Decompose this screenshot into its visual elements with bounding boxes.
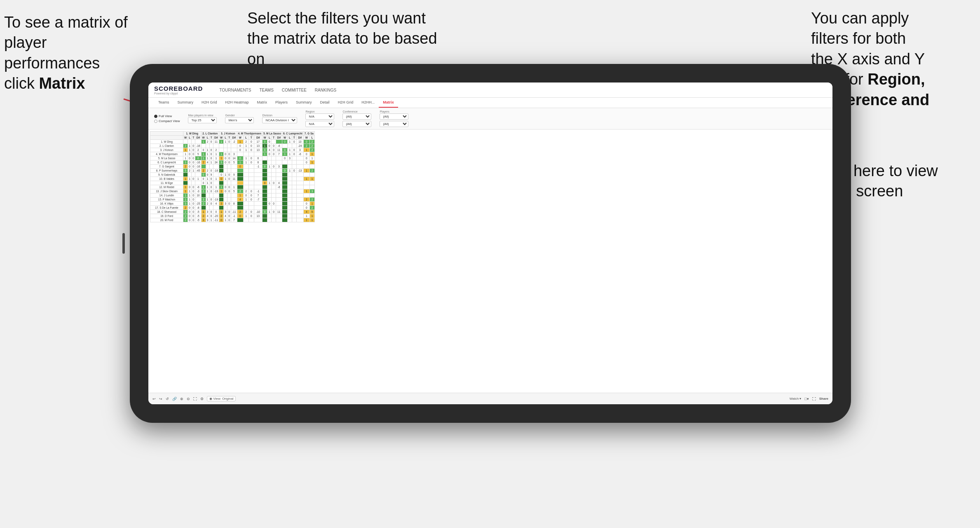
division-select[interactable]: NCAA Division I bbox=[262, 117, 297, 123]
matrix-table: 1. W Ding 2. L Clanton 3. J Koivun 4. M … bbox=[150, 131, 315, 222]
table-row: 7. G Sargent 200-16 0-1 0103 bbox=[150, 165, 315, 169]
sh-l7: L bbox=[309, 136, 314, 140]
refresh-icon[interactable]: ↺ bbox=[166, 397, 169, 401]
conference-select2[interactable]: (All) bbox=[342, 121, 371, 127]
table-row: 18. C Sherwood 200-5 1300 130-11 220-10 … bbox=[150, 210, 315, 214]
nav-committee[interactable]: COMMITTEE bbox=[282, 87, 307, 93]
present-icon[interactable]: □▾ bbox=[804, 397, 809, 401]
gender-select[interactable]: Men's bbox=[225, 117, 254, 123]
zoom-out-icon[interactable]: ⊖ bbox=[187, 397, 190, 401]
sh-d3: Dif bbox=[231, 136, 237, 140]
watch-button[interactable]: Watch ▾ bbox=[790, 397, 802, 401]
table-row: 8. P Summerhays 521-45 220-16 010-13 12 bbox=[150, 169, 315, 173]
col-header-1: 1. W Ding bbox=[183, 132, 202, 136]
row-label: 20. M Ford bbox=[150, 218, 183, 222]
row-label: 13. J Skov Olesen bbox=[150, 189, 183, 193]
row-label: 7. G Sargent bbox=[150, 165, 183, 169]
sh-d2: Dif bbox=[213, 136, 219, 140]
tab-summary2[interactable]: Summary bbox=[292, 98, 316, 108]
tab-summary[interactable]: Summary bbox=[173, 98, 198, 108]
sh-d5: Dif bbox=[276, 136, 282, 140]
row-label: 17. S De La Fuente bbox=[150, 206, 183, 210]
col-header-3: 3. J Koivun bbox=[219, 132, 237, 136]
sub-header-empty bbox=[150, 136, 183, 140]
sh-l4: L bbox=[244, 136, 249, 140]
row-label: 3. J Koivun bbox=[150, 148, 183, 152]
full-view-option[interactable]: Full View bbox=[154, 114, 180, 118]
app-logo: SCOREBOARD bbox=[154, 85, 203, 92]
tab-h2h-grid[interactable]: H2H Grid bbox=[197, 98, 221, 108]
tablet-device: SCOREBOARD Powered by clippd TOURNAMENTS… bbox=[130, 64, 851, 423]
sh-w4: W bbox=[237, 136, 244, 140]
fit-icon[interactable]: ⛶ bbox=[193, 397, 197, 401]
sh-l1: L bbox=[188, 136, 192, 140]
players-select2[interactable]: (All) bbox=[380, 121, 408, 127]
matrix-table-area: 1. W Ding 2. L Clanton 3. J Koivun 4. M … bbox=[148, 130, 832, 398]
table-row: 5. M La Sasso 1006 1101 10014 0106 03 01 bbox=[150, 156, 315, 160]
row-label: 19. D Ford bbox=[150, 214, 183, 218]
division-filter: Division NCAA Division I bbox=[262, 114, 297, 123]
sh-w7: W bbox=[303, 136, 309, 140]
row-label: 15. P Maichon bbox=[150, 198, 183, 202]
tab-h2hh[interactable]: H2HH... bbox=[357, 98, 379, 108]
table-row: 9. N Gabrelcik 009 0109 bbox=[150, 173, 315, 177]
table-row: 2. L Clanton 210-16 01013 100-6 -24 22 bbox=[150, 144, 315, 148]
table-row: 6. C Lamprecht 300-16 24124 3005 1106 01 bbox=[150, 160, 315, 165]
settings-icon[interactable]: ⚙ bbox=[200, 397, 204, 401]
link-icon[interactable]: 🔗 bbox=[172, 397, 177, 401]
region-select[interactable]: N/A bbox=[305, 113, 334, 120]
region-select2[interactable]: N/A bbox=[305, 121, 334, 127]
row-label: 2. L Clanton bbox=[150, 144, 183, 148]
row-label: 11. M Ege bbox=[150, 181, 183, 185]
nav-teams[interactable]: TEAMS bbox=[259, 87, 273, 93]
compact-view-radio[interactable] bbox=[154, 120, 157, 123]
tab-h2h-heatmap[interactable]: H2H Heatmap bbox=[221, 98, 253, 108]
nav-rankings[interactable]: RANKINGS bbox=[315, 87, 336, 93]
sh-t4: T bbox=[249, 136, 254, 140]
share-button[interactable]: Share bbox=[819, 397, 828, 401]
sh-t2: T bbox=[209, 136, 213, 140]
sh-t5: T bbox=[272, 136, 276, 140]
full-view-radio[interactable] bbox=[154, 115, 157, 118]
fullscreen-icon[interactable]: ⛶ bbox=[812, 397, 816, 401]
conference-select[interactable]: (All) bbox=[342, 113, 371, 120]
tab-matrix-active[interactable]: Matrix bbox=[379, 98, 398, 108]
nav-tournaments[interactable]: TOURNAMENTS bbox=[219, 87, 251, 93]
tab-teams[interactable]: Teams bbox=[154, 98, 173, 108]
players-filter: Players (All) (All) bbox=[380, 110, 408, 127]
sh-w2: W bbox=[201, 136, 206, 140]
undo-icon[interactable]: ↩ bbox=[152, 397, 156, 401]
table-row: 3. J Koivun 1102 0102 01013 04011 0103 1… bbox=[150, 148, 315, 152]
table-row: 14. J Lundin 11010 1007 bbox=[150, 193, 315, 198]
table-row: 10. B Valdes 1101 0101 01011 11 bbox=[150, 177, 315, 181]
tab-detail[interactable]: Detail bbox=[316, 98, 334, 108]
tab-h2h-grid2[interactable]: H2H Grid bbox=[334, 98, 358, 108]
view-original-button[interactable]: ◉ View: Original bbox=[207, 396, 236, 401]
sh-l5: L bbox=[267, 136, 272, 140]
row-label: 8. P Summerhays bbox=[150, 169, 183, 173]
max-players-filter: Max players in view Top 25 bbox=[188, 114, 217, 123]
tab-players[interactable]: Players bbox=[271, 98, 292, 108]
table-row: 16. K Vilips 310-25 2204 3308 00 01 bbox=[150, 202, 315, 206]
table-row: 12. M Riedel 100-6 1101 1001 -6 bbox=[150, 185, 315, 189]
compact-view-option[interactable]: Compact View bbox=[154, 119, 180, 123]
max-players-select[interactable]: Top 25 bbox=[188, 117, 217, 123]
sh-t3: T bbox=[227, 136, 231, 140]
logo-area: SCOREBOARD Powered by clippd bbox=[154, 85, 203, 95]
conference-filter: Conference (All) (All) bbox=[342, 110, 371, 127]
col-header-2: 2. L Clanton bbox=[201, 132, 219, 136]
main-nav: TOURNAMENTS TEAMS COMMITTEE RANKINGS bbox=[219, 87, 336, 93]
row-label: 14. J Lundin bbox=[150, 193, 183, 198]
players-select[interactable]: (All) bbox=[380, 113, 408, 120]
table-row: 11. M Ege 010 0104 bbox=[150, 181, 315, 185]
table-row: 1. W Ding 12011 110-2 12017 00 01013 02 bbox=[150, 140, 315, 144]
col-header-4: 4. M Thorbjornsen bbox=[237, 132, 262, 136]
sh-l2: L bbox=[206, 136, 209, 140]
tab-matrix-main[interactable]: Matrix bbox=[253, 98, 272, 108]
table-row: 13. J Skov Olesen 110-3 210-19 1005 220-… bbox=[150, 189, 315, 193]
corner-cell bbox=[150, 132, 183, 136]
redo-icon[interactable]: ↪ bbox=[159, 397, 162, 401]
zoom-in-icon[interactable]: ⊕ bbox=[180, 397, 183, 401]
annotation-center: Select the filters you want the matrix d… bbox=[247, 8, 445, 69]
bottom-toolbar: ↩ ↪ ↺ 🔗 ⊕ ⊖ ⛶ ⚙ ◉ View: Original Watch ▾… bbox=[148, 393, 832, 404]
